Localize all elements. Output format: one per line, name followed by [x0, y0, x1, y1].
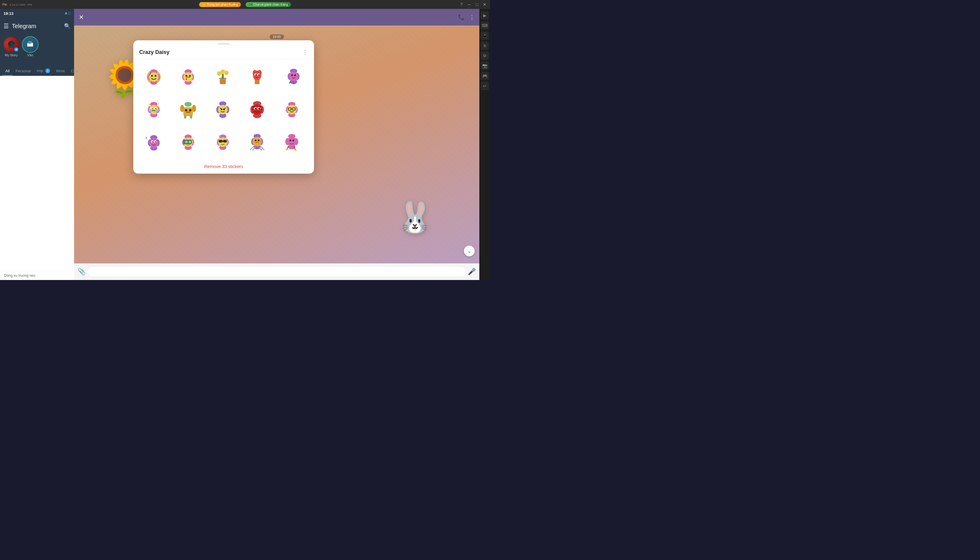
svg-point-59: [185, 109, 187, 112]
sticker-spy-flower: [178, 132, 198, 155]
tab-all[interactable]: All: [2, 67, 12, 75]
sticker-6[interactable]: ✦ ✦: [138, 95, 170, 127]
sticker-2[interactable]: [172, 63, 204, 94]
svg-point-69: [223, 108, 225, 110]
story-avatar-wrap-van: 🏔: [23, 37, 38, 52]
mic-button[interactable]: 🎤: [468, 268, 476, 275]
tab-work[interactable]: Work: [53, 67, 68, 75]
sticker-12[interactable]: [172, 128, 204, 159]
status-icons: A G: [65, 12, 70, 15]
panel-title: Crazy Daisy: [139, 49, 302, 55]
svg-text:✦: ✦: [145, 136, 148, 140]
sticker-crying-rain-flower: ✦: [144, 132, 164, 155]
maximize-button[interactable]: □: [474, 2, 480, 7]
sticker-sneaky-flower: [178, 67, 198, 90]
svg-rect-61: [184, 115, 186, 118]
sticker-8[interactable]: [207, 95, 238, 127]
panel-more-button[interactable]: ⋮: [302, 48, 308, 56]
svg-point-56: [180, 105, 184, 112]
svg-point-120: [258, 140, 260, 141]
tab-imp[interactable]: Imp 1: [34, 66, 53, 76]
svg-text:✦: ✦: [148, 103, 151, 106]
story-avatar-wrap-mystory: 🌑 +: [3, 37, 19, 52]
sticker-sword-flower: [247, 132, 267, 155]
svg-rect-111: [219, 140, 223, 143]
svg-point-113: [219, 135, 221, 137]
minimize-button[interactable]: ─: [466, 2, 472, 7]
network-icon: A: [65, 12, 67, 15]
google-icon: G: [68, 12, 70, 15]
sidebar-tool-back[interactable]: ↩: [481, 82, 489, 90]
svg-point-57: [192, 105, 196, 112]
sticker-3[interactable]: [207, 63, 238, 94]
svg-rect-112: [223, 140, 227, 143]
reward-center-button[interactable]: 👑 Trung tâm phần thưởng: [199, 2, 241, 7]
tab-personal[interactable]: Personal: [12, 67, 33, 75]
call-button[interactable]: 📞: [458, 14, 464, 20]
sticker-1[interactable]: [138, 63, 170, 94]
story-add-button[interactable]: +: [13, 47, 19, 52]
chevron-down-icon: ⌄: [468, 248, 471, 254]
sticker-laughing-flower: [144, 67, 164, 90]
sticker-4[interactable]: [241, 63, 273, 94]
svg-point-118: [253, 137, 262, 147]
time-bubble: 19:00: [270, 34, 284, 39]
more-options-button[interactable]: ⋮: [469, 14, 474, 20]
sidebar-tool-play[interactable]: ▶: [481, 11, 489, 20]
sticker-dancing-flower: [282, 132, 302, 155]
chat-close-button[interactable]: ✕: [79, 13, 84, 21]
sticker-13[interactable]: [207, 128, 238, 159]
svg-point-24: [221, 70, 224, 73]
svg-point-60: [189, 109, 191, 112]
sidebar-tool-gamepad[interactable]: 🎮: [481, 72, 489, 80]
sticker-scared-flower: [247, 67, 267, 90]
app-container: 19:13 A G ☰ Telegram 🔍 🌑 + My Stor: [0, 9, 479, 280]
sticker-5[interactable]: [276, 63, 308, 94]
sticker-11[interactable]: ✦: [138, 128, 170, 159]
remove-stickers-button[interactable]: Remove 33 stickers: [204, 164, 243, 169]
sticker-walking-flower: [282, 67, 302, 90]
sticker-cool-flower: [213, 132, 233, 155]
tab-cha[interactable]: Cha: [68, 67, 81, 75]
bluestacks-chrome: Pie 5.14.22.1003 P64 👑 Trung tâm phần th…: [0, 0, 490, 9]
telegram-header: ☰ Telegram 🔍: [0, 18, 74, 34]
chat-header: ✕ 📞 ⋮: [74, 9, 479, 25]
sidebar-tool-settings[interactable]: ⚙: [481, 52, 489, 60]
sticker-glasses-flower: [282, 100, 302, 122]
status-bar: 19:13 A G: [0, 9, 74, 18]
svg-point-39: [289, 72, 298, 81]
menu-button[interactable]: ☰: [3, 23, 9, 30]
scroll-down-button[interactable]: ⌄: [464, 246, 474, 256]
story-item-van[interactable]: 🏔 Văn: [23, 37, 38, 62]
svg-point-58: [185, 102, 192, 107]
sidebar-tool-mouse[interactable]: 🖱: [481, 42, 489, 50]
help-button[interactable]: ?: [459, 2, 464, 7]
story-ring-van: [22, 36, 38, 53]
story-name-mystory: My Story: [5, 53, 17, 57]
svg-line-42: [290, 81, 291, 83]
sticker-7[interactable]: [172, 95, 204, 127]
sticker-15[interactable]: [276, 128, 308, 159]
svg-point-33: [255, 74, 257, 75]
attach-button[interactable]: 📎: [78, 268, 86, 275]
search-button[interactable]: 🔍: [64, 23, 70, 29]
sidebar-tool-keyboard[interactable]: ⌨: [481, 21, 489, 30]
sticker-muscular-flower: [178, 100, 198, 122]
story-item-mystory[interactable]: 🌑 + My Story: [3, 37, 19, 62]
message-input[interactable]: [88, 267, 466, 277]
svg-point-129: [287, 137, 296, 147]
svg-rect-62: [190, 115, 192, 118]
sticker-10[interactable]: [276, 95, 308, 127]
close-button[interactable]: ✕: [482, 2, 488, 7]
play-win-button[interactable]: 🎮 Chơi và giành chiến thắng: [246, 2, 291, 7]
sidebar-tool-phone[interactable]: 📱: [481, 32, 489, 40]
sticker-14[interactable]: [241, 128, 273, 159]
panel-drag-handle: [218, 43, 230, 45]
svg-rect-15: [186, 78, 187, 80]
svg-point-40: [291, 74, 293, 76]
svg-text:✦: ✦: [157, 102, 160, 105]
svg-point-77: [255, 108, 256, 110]
sidebar-tool-screenshot[interactable]: 📷: [481, 62, 489, 70]
svg-point-7: [155, 75, 156, 77]
sticker-9[interactable]: [241, 95, 273, 127]
